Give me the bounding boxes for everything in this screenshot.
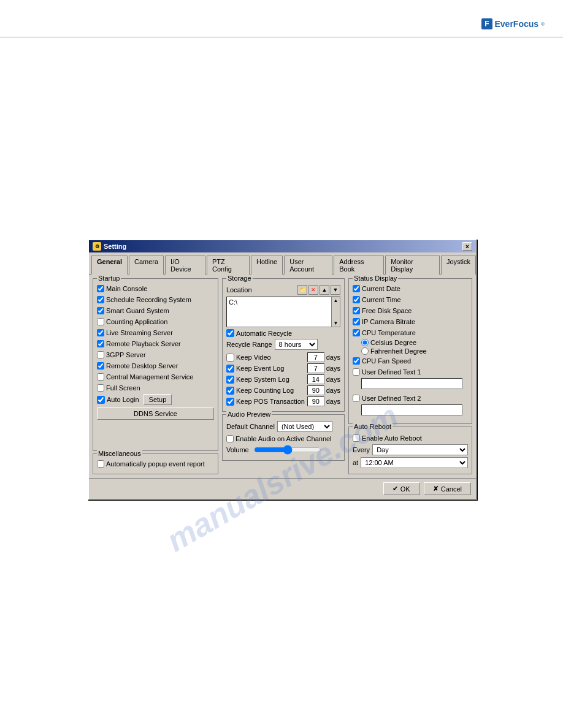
full-screen-checkbox[interactable]	[97, 384, 104, 392]
ddns-service-button[interactable]: DDNS Service	[97, 408, 214, 420]
fahrenheit-row: Fahrenheit Degree	[361, 347, 468, 355]
volume-slider[interactable]	[254, 445, 321, 455]
current-time-checkbox[interactable]	[353, 296, 360, 303]
keep-event-row: Keep Event Log days	[226, 363, 340, 373]
dialog-footer: ✔ OK ✘ Cancel	[89, 478, 476, 499]
tab-joystick[interactable]: Joystick	[441, 256, 476, 275]
keep-counting-days: days	[326, 387, 340, 394]
dialog-titlebar: ⚙ Setting ×	[89, 240, 476, 252]
keep-event-days: days	[326, 365, 340, 372]
right-column: Status Display Current Date Current Time	[348, 278, 472, 474]
central-mgmt-checkbox[interactable]	[97, 373, 104, 381]
free-disk-checkbox[interactable]	[353, 307, 360, 314]
keep-counting-checkbox[interactable]	[226, 387, 234, 395]
free-disk-row: Free Disk Space	[353, 306, 468, 316]
cpu-temp-checkbox[interactable]	[353, 329, 360, 336]
auto-reboot-label: Auto Reboot	[353, 423, 393, 430]
keep-pos-row: Keep POS Transaction days	[226, 396, 340, 406]
keep-system-checkbox[interactable]	[226, 376, 234, 384]
counting-app-checkbox[interactable]	[97, 318, 104, 325]
location-up-btn[interactable]: ▲	[320, 285, 329, 295]
tab-monitor-display[interactable]: Monitor Display	[385, 256, 440, 275]
remote-desktop-label: Remote Desktop Server	[106, 361, 178, 371]
user-text1-checkbox[interactable]	[353, 368, 360, 376]
scroll-down-arrow[interactable]: ▼	[333, 320, 339, 327]
user-text2-checkbox[interactable]	[353, 395, 360, 402]
schedule-recording-checkbox[interactable]	[97, 296, 104, 303]
enable-audio-checkbox[interactable]	[226, 435, 234, 442]
cancel-button[interactable]: ✘ Cancel	[424, 482, 471, 495]
ok-button[interactable]: ✔ OK	[383, 482, 420, 495]
startup-full-screen: Full Screen	[97, 383, 214, 393]
keep-event-checkbox[interactable]	[226, 365, 234, 373]
location-scrollbar[interactable]: ▲ ▼	[331, 297, 340, 327]
user-text1-input[interactable]	[361, 378, 462, 389]
popup-event-checkbox[interactable]	[97, 460, 104, 468]
header-divider	[0, 37, 563, 37]
tab-camera[interactable]: Camera	[129, 256, 164, 275]
keep-pos-input[interactable]	[307, 396, 324, 406]
celsius-row: Celsius Degree	[361, 339, 468, 346]
enable-audio-row: Enable Audio on Active Channel	[226, 434, 340, 444]
reboot-every-select[interactable]: Day Week Month	[372, 444, 468, 455]
auto-reboot-group: Auto Reboot Enable Auto Reboot Every Day…	[348, 427, 472, 474]
tab-general[interactable]: General	[91, 256, 128, 275]
fahrenheit-label: Fahrenheit Degree	[370, 347, 427, 355]
live-streaming-checkbox[interactable]	[97, 329, 104, 336]
setup-button[interactable]: Setup	[144, 394, 172, 405]
scroll-up-arrow[interactable]: ▲	[333, 297, 339, 304]
keep-event-input[interactable]	[307, 363, 324, 373]
user-text1-input-area	[361, 378, 468, 391]
location-down-btn[interactable]: ▼	[331, 285, 340, 295]
default-channel-row: Default Channel (Not Used) Channel 1 Cha…	[226, 421, 340, 432]
smart-guard-checkbox[interactable]	[97, 307, 104, 314]
cpu-fan-checkbox[interactable]	[353, 357, 360, 365]
location-delete-btn[interactable]: ✕	[308, 285, 318, 295]
keep-counting-input[interactable]	[307, 385, 324, 395]
reboot-at-label: at	[353, 459, 358, 466]
tab-address-book[interactable]: Address Book	[334, 256, 384, 275]
user-text2-input[interactable]	[361, 404, 462, 415]
celsius-label: Celsius Degree	[370, 339, 416, 346]
full-screen-label: Full Screen	[106, 383, 140, 393]
recycle-range-select[interactable]: 8 hours 12 hours 24 hours 48 hours	[275, 339, 318, 350]
enable-reboot-row: Enable Auto Reboot	[353, 433, 468, 443]
ip-camera-label: IP Camera Bitrate	[362, 317, 415, 327]
central-mgmt-label: Central Management Service	[106, 372, 193, 382]
audio-content: Default Channel (Not Used) Channel 1 Cha…	[226, 421, 340, 455]
free-disk-label: Free Disk Space	[362, 306, 412, 316]
logo-area: F EverFocus®	[481, 18, 545, 29]
default-channel-select[interactable]: (Not Used) Channel 1 Channel 2	[277, 421, 332, 432]
tab-hotline[interactable]: Hotline	[251, 256, 283, 275]
close-button[interactable]: ×	[462, 242, 472, 251]
keep-pos-checkbox[interactable]	[226, 398, 234, 406]
schedule-recording-label: Schedule Recording System	[106, 295, 191, 305]
3gpp-checkbox[interactable]	[97, 351, 104, 358]
enable-reboot-checkbox[interactable]	[353, 434, 360, 442]
storage-label: Storage	[226, 275, 253, 282]
current-date-checkbox[interactable]	[353, 285, 360, 292]
remote-playback-checkbox[interactable]	[97, 340, 104, 347]
location-folder-btn[interactable]: 📁	[297, 285, 307, 295]
keep-video-input[interactable]	[307, 352, 324, 362]
tab-io-device[interactable]: I/O Device	[165, 256, 205, 275]
main-console-checkbox[interactable]	[97, 285, 104, 292]
tab-user-account[interactable]: User Account	[284, 256, 332, 275]
audio-preview-label: Audio Preview	[226, 411, 272, 418]
keep-video-checkbox[interactable]	[226, 354, 234, 362]
location-path: C:\	[229, 298, 237, 306]
celsius-radio[interactable]	[361, 339, 369, 346]
ip-camera-checkbox[interactable]	[353, 318, 360, 325]
keep-system-input[interactable]	[307, 374, 324, 384]
logo-text: EverFocus	[495, 19, 539, 29]
auto-login-checkbox[interactable]	[97, 396, 105, 404]
startup-remote-desktop: Remote Desktop Server	[97, 361, 214, 371]
remote-desktop-checkbox[interactable]	[97, 362, 104, 370]
fahrenheit-radio[interactable]	[361, 347, 369, 355]
cancel-icon: ✘	[433, 485, 439, 493]
auto-recycle-checkbox[interactable]	[226, 329, 234, 337]
reboot-at-select[interactable]: 12:00 AM 1:00 AM 2:00 AM	[361, 457, 468, 468]
status-display-group: Status Display Current Date Current Time	[348, 278, 472, 424]
startup-schedule: Schedule Recording System	[97, 295, 214, 305]
tab-ptz-config[interactable]: PTZ Config	[207, 256, 250, 275]
